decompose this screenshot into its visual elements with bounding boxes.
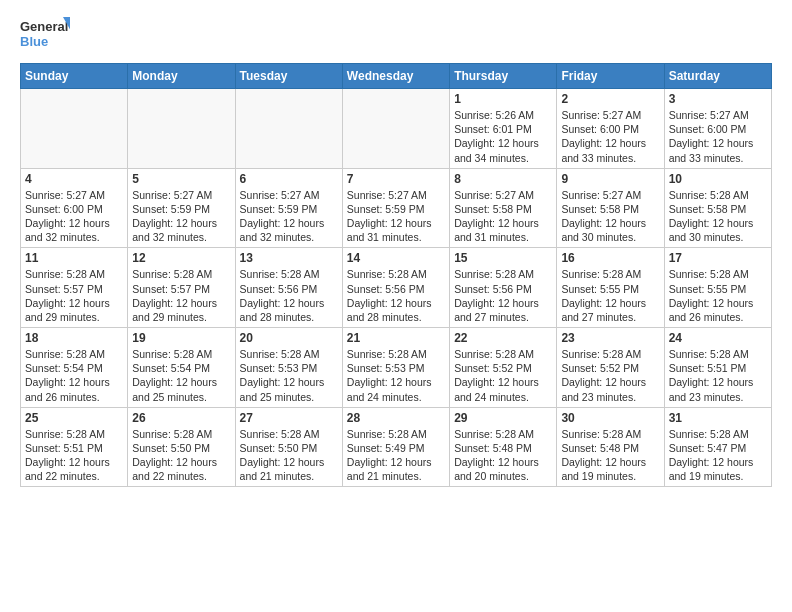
day-number: 22 bbox=[454, 331, 552, 345]
day-number: 16 bbox=[561, 251, 659, 265]
day-info: Sunrise: 5:27 AM Sunset: 5:59 PM Dayligh… bbox=[132, 188, 230, 245]
calendar-cell: 12Sunrise: 5:28 AM Sunset: 5:57 PM Dayli… bbox=[128, 248, 235, 328]
week-row-5: 25Sunrise: 5:28 AM Sunset: 5:51 PM Dayli… bbox=[21, 407, 772, 487]
day-number: 14 bbox=[347, 251, 445, 265]
day-info: Sunrise: 5:28 AM Sunset: 5:55 PM Dayligh… bbox=[669, 267, 767, 324]
calendar-table: SundayMondayTuesdayWednesdayThursdayFrid… bbox=[20, 63, 772, 487]
calendar-cell: 6Sunrise: 5:27 AM Sunset: 5:59 PM Daylig… bbox=[235, 168, 342, 248]
day-info: Sunrise: 5:28 AM Sunset: 5:54 PM Dayligh… bbox=[25, 347, 123, 404]
calendar-cell: 15Sunrise: 5:28 AM Sunset: 5:56 PM Dayli… bbox=[450, 248, 557, 328]
day-info: Sunrise: 5:27 AM Sunset: 5:59 PM Dayligh… bbox=[240, 188, 338, 245]
day-info: Sunrise: 5:27 AM Sunset: 5:58 PM Dayligh… bbox=[454, 188, 552, 245]
week-row-3: 11Sunrise: 5:28 AM Sunset: 5:57 PM Dayli… bbox=[21, 248, 772, 328]
calendar-cell: 9Sunrise: 5:27 AM Sunset: 5:58 PM Daylig… bbox=[557, 168, 664, 248]
day-info: Sunrise: 5:27 AM Sunset: 5:59 PM Dayligh… bbox=[347, 188, 445, 245]
logo: General Blue bbox=[20, 15, 70, 55]
header-wednesday: Wednesday bbox=[342, 64, 449, 89]
day-info: Sunrise: 5:28 AM Sunset: 5:57 PM Dayligh… bbox=[25, 267, 123, 324]
day-info: Sunrise: 5:28 AM Sunset: 5:55 PM Dayligh… bbox=[561, 267, 659, 324]
day-number: 20 bbox=[240, 331, 338, 345]
day-number: 4 bbox=[25, 172, 123, 186]
day-info: Sunrise: 5:28 AM Sunset: 5:54 PM Dayligh… bbox=[132, 347, 230, 404]
day-number: 18 bbox=[25, 331, 123, 345]
calendar-cell: 8Sunrise: 5:27 AM Sunset: 5:58 PM Daylig… bbox=[450, 168, 557, 248]
calendar-header-row: SundayMondayTuesdayWednesdayThursdayFrid… bbox=[21, 64, 772, 89]
day-number: 1 bbox=[454, 92, 552, 106]
day-number: 25 bbox=[25, 411, 123, 425]
svg-text:Blue: Blue bbox=[20, 34, 48, 49]
day-info: Sunrise: 5:27 AM Sunset: 6:00 PM Dayligh… bbox=[669, 108, 767, 165]
day-info: Sunrise: 5:28 AM Sunset: 5:56 PM Dayligh… bbox=[454, 267, 552, 324]
calendar-cell: 22Sunrise: 5:28 AM Sunset: 5:52 PM Dayli… bbox=[450, 328, 557, 408]
day-info: Sunrise: 5:28 AM Sunset: 5:56 PM Dayligh… bbox=[240, 267, 338, 324]
page-header: General Blue bbox=[20, 15, 772, 55]
day-info: Sunrise: 5:28 AM Sunset: 5:58 PM Dayligh… bbox=[669, 188, 767, 245]
calendar-cell: 14Sunrise: 5:28 AM Sunset: 5:56 PM Dayli… bbox=[342, 248, 449, 328]
day-info: Sunrise: 5:27 AM Sunset: 6:00 PM Dayligh… bbox=[25, 188, 123, 245]
calendar-cell: 1Sunrise: 5:26 AM Sunset: 6:01 PM Daylig… bbox=[450, 89, 557, 169]
day-info: Sunrise: 5:28 AM Sunset: 5:50 PM Dayligh… bbox=[132, 427, 230, 484]
day-number: 24 bbox=[669, 331, 767, 345]
day-number: 10 bbox=[669, 172, 767, 186]
day-info: Sunrise: 5:28 AM Sunset: 5:49 PM Dayligh… bbox=[347, 427, 445, 484]
day-info: Sunrise: 5:28 AM Sunset: 5:53 PM Dayligh… bbox=[347, 347, 445, 404]
day-number: 23 bbox=[561, 331, 659, 345]
day-number: 21 bbox=[347, 331, 445, 345]
calendar-cell: 7Sunrise: 5:27 AM Sunset: 5:59 PM Daylig… bbox=[342, 168, 449, 248]
calendar-cell: 5Sunrise: 5:27 AM Sunset: 5:59 PM Daylig… bbox=[128, 168, 235, 248]
calendar-cell: 30Sunrise: 5:28 AM Sunset: 5:48 PM Dayli… bbox=[557, 407, 664, 487]
day-info: Sunrise: 5:28 AM Sunset: 5:50 PM Dayligh… bbox=[240, 427, 338, 484]
day-number: 9 bbox=[561, 172, 659, 186]
day-number: 28 bbox=[347, 411, 445, 425]
week-row-1: 1Sunrise: 5:26 AM Sunset: 6:01 PM Daylig… bbox=[21, 89, 772, 169]
header-saturday: Saturday bbox=[664, 64, 771, 89]
svg-text:General: General bbox=[20, 19, 68, 34]
calendar-cell: 24Sunrise: 5:28 AM Sunset: 5:51 PM Dayli… bbox=[664, 328, 771, 408]
calendar-cell: 23Sunrise: 5:28 AM Sunset: 5:52 PM Dayli… bbox=[557, 328, 664, 408]
calendar-cell bbox=[21, 89, 128, 169]
header-monday: Monday bbox=[128, 64, 235, 89]
day-info: Sunrise: 5:28 AM Sunset: 5:51 PM Dayligh… bbox=[25, 427, 123, 484]
calendar-cell: 17Sunrise: 5:28 AM Sunset: 5:55 PM Dayli… bbox=[664, 248, 771, 328]
day-info: Sunrise: 5:27 AM Sunset: 6:00 PM Dayligh… bbox=[561, 108, 659, 165]
logo-svg: General Blue bbox=[20, 15, 70, 55]
day-number: 11 bbox=[25, 251, 123, 265]
day-info: Sunrise: 5:28 AM Sunset: 5:52 PM Dayligh… bbox=[561, 347, 659, 404]
day-number: 8 bbox=[454, 172, 552, 186]
calendar-cell: 28Sunrise: 5:28 AM Sunset: 5:49 PM Dayli… bbox=[342, 407, 449, 487]
day-number: 2 bbox=[561, 92, 659, 106]
day-number: 29 bbox=[454, 411, 552, 425]
day-number: 31 bbox=[669, 411, 767, 425]
day-number: 30 bbox=[561, 411, 659, 425]
day-number: 12 bbox=[132, 251, 230, 265]
day-number: 6 bbox=[240, 172, 338, 186]
header-thursday: Thursday bbox=[450, 64, 557, 89]
calendar-cell: 31Sunrise: 5:28 AM Sunset: 5:47 PM Dayli… bbox=[664, 407, 771, 487]
day-info: Sunrise: 5:28 AM Sunset: 5:48 PM Dayligh… bbox=[454, 427, 552, 484]
calendar-cell: 29Sunrise: 5:28 AM Sunset: 5:48 PM Dayli… bbox=[450, 407, 557, 487]
day-info: Sunrise: 5:28 AM Sunset: 5:47 PM Dayligh… bbox=[669, 427, 767, 484]
day-number: 19 bbox=[132, 331, 230, 345]
header-sunday: Sunday bbox=[21, 64, 128, 89]
day-info: Sunrise: 5:28 AM Sunset: 5:56 PM Dayligh… bbox=[347, 267, 445, 324]
header-tuesday: Tuesday bbox=[235, 64, 342, 89]
calendar-cell bbox=[235, 89, 342, 169]
day-info: Sunrise: 5:28 AM Sunset: 5:48 PM Dayligh… bbox=[561, 427, 659, 484]
calendar-cell: 13Sunrise: 5:28 AM Sunset: 5:56 PM Dayli… bbox=[235, 248, 342, 328]
day-info: Sunrise: 5:28 AM Sunset: 5:52 PM Dayligh… bbox=[454, 347, 552, 404]
calendar-cell: 3Sunrise: 5:27 AM Sunset: 6:00 PM Daylig… bbox=[664, 89, 771, 169]
day-info: Sunrise: 5:28 AM Sunset: 5:57 PM Dayligh… bbox=[132, 267, 230, 324]
day-info: Sunrise: 5:26 AM Sunset: 6:01 PM Dayligh… bbox=[454, 108, 552, 165]
calendar-cell: 16Sunrise: 5:28 AM Sunset: 5:55 PM Dayli… bbox=[557, 248, 664, 328]
week-row-4: 18Sunrise: 5:28 AM Sunset: 5:54 PM Dayli… bbox=[21, 328, 772, 408]
header-friday: Friday bbox=[557, 64, 664, 89]
calendar-cell: 27Sunrise: 5:28 AM Sunset: 5:50 PM Dayli… bbox=[235, 407, 342, 487]
day-number: 3 bbox=[669, 92, 767, 106]
calendar-cell: 20Sunrise: 5:28 AM Sunset: 5:53 PM Dayli… bbox=[235, 328, 342, 408]
calendar-cell bbox=[342, 89, 449, 169]
day-info: Sunrise: 5:27 AM Sunset: 5:58 PM Dayligh… bbox=[561, 188, 659, 245]
calendar-cell: 11Sunrise: 5:28 AM Sunset: 5:57 PM Dayli… bbox=[21, 248, 128, 328]
calendar-cell: 25Sunrise: 5:28 AM Sunset: 5:51 PM Dayli… bbox=[21, 407, 128, 487]
day-number: 17 bbox=[669, 251, 767, 265]
day-number: 5 bbox=[132, 172, 230, 186]
